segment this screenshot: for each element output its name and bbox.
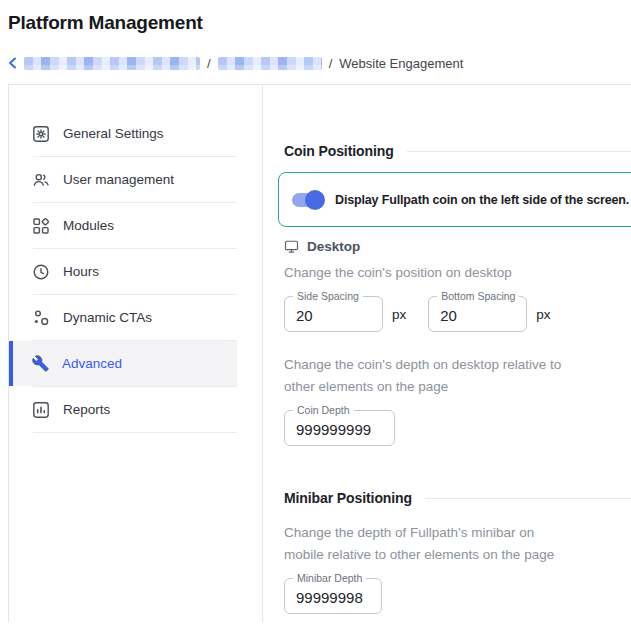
field-label: Bottom Spacing	[437, 290, 519, 302]
page-title: Platform Management	[8, 12, 631, 34]
sidebar-item-user-management[interactable]: User management	[9, 157, 237, 202]
sidebar-item-general-settings[interactable]: General Settings	[9, 111, 237, 156]
spacing-fields-row: Side Spacing px Bottom Spacing px	[284, 296, 631, 332]
settings-sidebar: General Settings User management Modules	[9, 85, 263, 622]
advanced-settings-content: Coin Positioning Display Fullpath coin o…	[263, 85, 631, 622]
bar-chart-icon	[32, 401, 50, 419]
sidebar-item-reports[interactable]: Reports	[9, 387, 237, 432]
side-spacing-field: Side Spacing	[284, 296, 383, 332]
coin-toggle-card: Display Fullpath coin on the left side o…	[278, 172, 631, 227]
settings-panel: General Settings User management Modules	[8, 84, 631, 622]
minibar-description-line2: mobile relative to other elements on the…	[284, 544, 631, 566]
breadcrumb-separator: /	[329, 56, 333, 71]
field-label: Coin Depth	[293, 404, 354, 416]
side-spacing-group: Side Spacing px	[284, 296, 406, 332]
nodes-icon	[32, 309, 50, 327]
field-label: Minibar Depth	[293, 572, 366, 584]
coin-position-description: Change the coin's position on desktop	[284, 262, 631, 284]
sidebar-item-label: Reports	[63, 402, 110, 417]
bottom-spacing-group: Bottom Spacing px	[428, 296, 550, 332]
settings-box-icon	[32, 125, 50, 143]
sidebar-item-advanced[interactable]: Advanced	[9, 341, 237, 386]
coin-depth-description-line2: other elements on the page	[284, 376, 631, 398]
field-label: Side Spacing	[293, 290, 363, 302]
sidebar-item-label: User management	[63, 172, 174, 187]
breadcrumb-redacted-segment-2[interactable]	[218, 57, 322, 70]
minibar-depth-field: Minibar Depth	[284, 578, 382, 614]
minibar-depth-input[interactable]	[285, 579, 381, 613]
coin-depth-input[interactable]	[285, 411, 394, 445]
users-icon	[32, 171, 50, 189]
monitor-icon	[284, 239, 299, 254]
coin-depth-field: Coin Depth	[284, 410, 395, 446]
toggle-knob	[305, 190, 325, 210]
minibar-positioning-section-header: Minibar Positioning	[284, 490, 631, 506]
bottom-spacing-field: Bottom Spacing	[428, 296, 527, 332]
coin-display-toggle[interactable]	[292, 193, 322, 207]
sidebar-item-label: Advanced	[62, 356, 122, 371]
breadcrumb-back-button[interactable]	[8, 57, 17, 69]
sidebar-item-dynamic-ctas[interactable]: Dynamic CTAs	[9, 295, 237, 340]
coin-depth-description: Change the coin's depth on desktop relat…	[284, 354, 631, 398]
section-divider	[407, 151, 631, 152]
minibar-depth-description: Change the depth of Fullpath's minibar o…	[284, 522, 631, 566]
coin-depth-description-line1: Change the coin's depth on desktop relat…	[284, 354, 631, 376]
modules-grid-icon	[32, 217, 50, 235]
sidebar-item-label: Dynamic CTAs	[63, 310, 152, 325]
sidebar-item-hours[interactable]: Hours	[9, 249, 237, 294]
breadcrumb-separator: /	[207, 56, 211, 71]
section-divider	[425, 498, 631, 499]
px-unit-label: px	[536, 307, 550, 322]
chevron-left-icon	[8, 57, 17, 69]
desktop-label: Desktop	[307, 239, 360, 254]
sidebar-item-label: General Settings	[63, 126, 164, 141]
sidebar-item-label: Modules	[63, 218, 114, 233]
breadcrumb-redacted-segment-1[interactable]	[24, 57, 200, 70]
px-unit-label: px	[392, 307, 406, 322]
wrench-icon	[32, 355, 49, 372]
minibar-description-line1: Change the depth of Fullpath's minibar o…	[284, 522, 631, 544]
coin-positioning-section-header: Coin Positioning	[284, 143, 631, 159]
breadcrumb-current-page: Website Engagement	[339, 56, 463, 71]
desktop-subheading: Desktop	[284, 239, 631, 254]
side-spacing-input[interactable]	[285, 297, 382, 331]
sidebar-item-label: Hours	[63, 264, 99, 279]
section-title: Minibar Positioning	[284, 490, 412, 506]
active-item-indicator	[9, 341, 13, 386]
section-title: Coin Positioning	[284, 143, 394, 159]
bottom-spacing-input[interactable]	[429, 297, 526, 331]
sidebar-item-modules[interactable]: Modules	[9, 203, 237, 248]
sidebar-divider	[33, 432, 237, 433]
clock-icon	[32, 263, 50, 281]
coin-toggle-label: Display Fullpath coin on the left side o…	[335, 193, 629, 207]
breadcrumb: / / Website Engagement	[8, 55, 631, 71]
